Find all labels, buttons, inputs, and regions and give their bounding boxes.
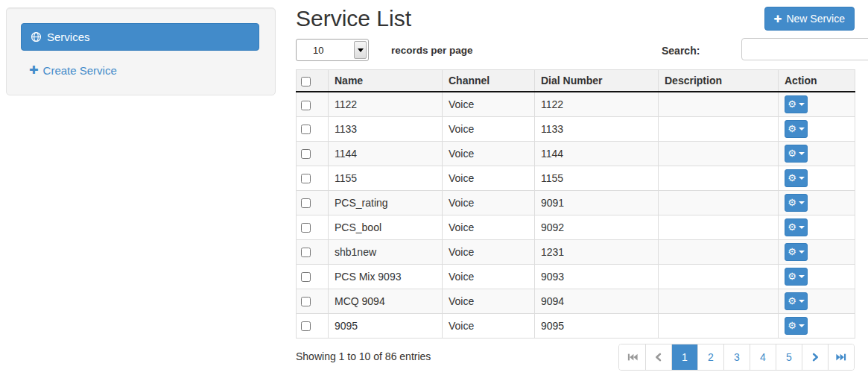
table-row: PCS Mix 9093 Voice 9093 ⚙ (297, 264, 855, 289)
page-size-select[interactable]: 10 (296, 39, 369, 61)
cell-name: MCQ 9094 (329, 289, 443, 313)
page-number[interactable]: 3 (723, 344, 750, 370)
row-checkbox[interactable] (301, 272, 311, 282)
row-checkbox[interactable] (301, 297, 311, 306)
chevron-right-icon (811, 352, 820, 362)
page-last-button[interactable] (828, 344, 854, 370)
cell-description (659, 116, 779, 141)
caret-down-icon (799, 226, 805, 229)
gear-icon: ⚙ (788, 124, 796, 133)
page-number[interactable]: 5 (776, 344, 802, 370)
column-header-name: Name (329, 70, 443, 92)
search-input[interactable] (741, 38, 868, 60)
table-row: 1133 Voice 1133 ⚙ (297, 116, 855, 141)
cell-dial-number: 9091 (535, 190, 659, 215)
table-row: MCQ 9094 Voice 9094 ⚙ (297, 289, 855, 313)
cell-name: PCS_bool (329, 215, 443, 239)
caret-down-icon (799, 103, 805, 106)
caret-down-icon (799, 177, 805, 180)
search-label: Search: (662, 45, 700, 57)
cell-channel: Voice (443, 289, 535, 313)
page-number[interactable]: 2 (697, 344, 723, 370)
gear-menu-button[interactable]: ⚙ (785, 169, 808, 187)
cell-channel: Voice (443, 239, 535, 264)
gear-icon: ⚙ (788, 321, 796, 330)
select-caret-icon (354, 41, 367, 59)
gear-menu-button[interactable]: ⚙ (785, 95, 808, 113)
gear-menu-button[interactable]: ⚙ (785, 317, 808, 335)
row-checkbox[interactable] (301, 248, 311, 257)
column-header-dial-number: Dial Number (535, 70, 659, 92)
cell-description (659, 190, 779, 215)
cell-description (659, 215, 779, 239)
showing-entries-text: Showing 1 to 10 of 86 entries (296, 350, 431, 362)
sidebar-item-label: Create Service (43, 64, 117, 77)
gear-menu-button[interactable]: ⚙ (785, 145, 808, 163)
gear-menu-button[interactable]: ⚙ (785, 268, 808, 286)
cell-name: 1122 (329, 92, 443, 116)
cell-channel: Voice (443, 141, 535, 166)
page-first-button[interactable] (619, 344, 645, 370)
row-checkbox[interactable] (301, 125, 311, 134)
gear-menu-button[interactable]: ⚙ (785, 218, 808, 236)
new-service-button[interactable]: ✚ New Service (764, 7, 855, 31)
page-number[interactable]: 4 (750, 344, 776, 370)
caret-down-icon (799, 324, 805, 327)
gear-icon: ⚙ (788, 296, 796, 306)
table-row: 1144 Voice 1144 ⚙ (297, 141, 855, 166)
page-number[interactable]: 1 (671, 344, 697, 370)
caret-down-icon (799, 251, 805, 254)
table-row: 9095 Voice 9095 ⚙ (297, 313, 855, 338)
table-row: shb1new Voice 1231 ⚙ (297, 239, 855, 264)
table-row: 1122 Voice 1122 ⚙ (297, 92, 855, 116)
cell-dial-number: 1144 (535, 141, 659, 166)
row-checkbox[interactable] (301, 174, 311, 183)
page-prev-button[interactable] (645, 344, 671, 370)
column-header-description: Description (659, 70, 779, 92)
gear-icon: ⚙ (788, 198, 796, 207)
cell-channel: Voice (443, 116, 535, 141)
fast-backward-icon (627, 352, 638, 362)
cell-channel: Voice (443, 264, 535, 289)
cell-dial-number: 9093 (535, 264, 659, 289)
gear-menu-button[interactable]: ⚙ (785, 243, 808, 261)
gear-menu-button[interactable]: ⚙ (785, 194, 808, 212)
cell-dial-number: 1155 (535, 166, 659, 190)
cell-name: 1155 (329, 166, 443, 190)
cell-name: 1133 (329, 116, 443, 141)
sidebar-item-create-service[interactable]: ✚ Create Service (29, 63, 117, 77)
cell-name: PCS_rating (329, 190, 443, 215)
table-row: PCS_rating Voice 9091 ⚙ (297, 190, 855, 215)
cell-dial-number: 1122 (535, 92, 659, 116)
table-row: PCS_bool Voice 9092 ⚙ (297, 215, 855, 239)
cell-dial-number: 9092 (535, 215, 659, 239)
cell-channel: Voice (443, 190, 535, 215)
cell-description (659, 166, 779, 190)
cell-dial-number: 1231 (535, 239, 659, 264)
plus-icon: ✚ (29, 63, 39, 77)
fast-forward-icon (836, 352, 846, 362)
cell-dial-number: 9094 (535, 289, 659, 313)
sidebar-item-services[interactable]: Services (21, 23, 259, 51)
gear-icon: ⚙ (788, 99, 796, 109)
caret-down-icon (799, 300, 805, 303)
row-checkbox[interactable] (301, 223, 311, 233)
cell-dial-number: 9095 (535, 313, 659, 338)
select-all-checkbox[interactable] (301, 77, 311, 86)
cell-name: PCS Mix 9093 (329, 264, 443, 289)
globe-icon (31, 31, 42, 43)
row-checkbox[interactable] (301, 149, 311, 159)
services-table: Name Channel Dial Number Description Act… (296, 69, 855, 339)
row-checkbox[interactable] (301, 101, 311, 110)
column-header-action: Action (779, 70, 855, 92)
gear-menu-button[interactable]: ⚙ (785, 120, 808, 138)
gear-menu-button[interactable]: ⚙ (785, 292, 808, 310)
chevron-left-icon (654, 352, 663, 362)
row-checkbox[interactable] (301, 198, 311, 208)
gear-icon: ⚙ (788, 173, 796, 183)
main-content: Service List ✚ New Service 10 records pe… (296, 0, 868, 384)
sidebar: Services ✚ Create Service (6, 7, 276, 95)
page-next-button[interactable] (802, 344, 828, 370)
cell-channel: Voice (443, 313, 535, 338)
row-checkbox[interactable] (301, 321, 311, 331)
